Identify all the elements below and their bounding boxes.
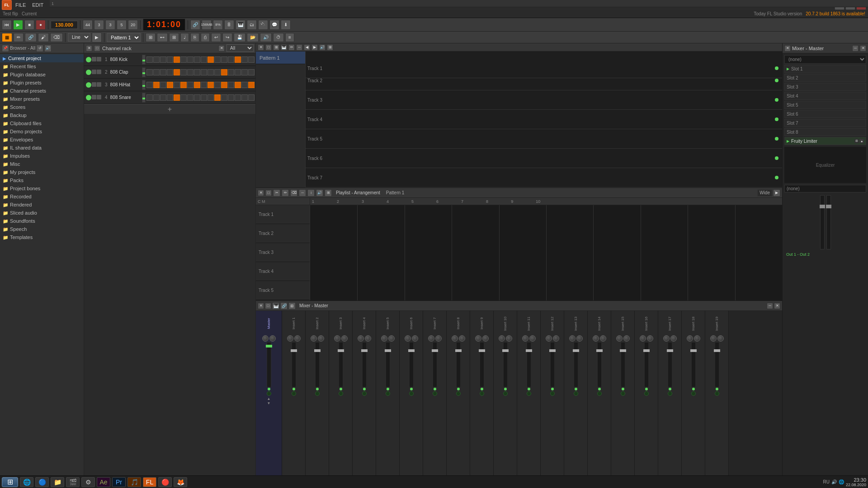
pattern-select[interactable]: Pattern 1 [107,33,141,42]
pl-tools7[interactable]: ⊞ [325,189,332,197]
browser-item-demo-projects[interactable]: 📁 Demo projects [0,127,84,136]
cr-ch1-pad-10[interactable] [208,56,214,63]
cr-ch3-pad-4[interactable] [167,82,173,88]
mx-insert13-pan[interactable] [576,335,583,342]
mx-insert19-pan[interactable] [717,335,724,342]
tb2-stamp-btn[interactable]: 🔗 [25,33,37,42]
fl-logo[interactable]: FL [2,0,12,10]
cr-ch2-pad-3[interactable] [160,69,166,75]
taskbar-app-premiere[interactable]: Pr [112,477,126,487]
rp-none-select2[interactable]: (none) [784,185,866,192]
cr-ch1-pad-16[interactable] [248,56,255,63]
pl-tools5[interactable]: ↕ [307,189,315,197]
mx-insert17-send[interactable] [668,391,672,396]
cr-ch2-pad-5[interactable] [174,69,180,75]
mx-insert1-vol[interactable] [292,342,296,387]
mx-insert18-pan[interactable] [694,335,700,342]
rp-slot-5[interactable]: Slot 5 [784,101,866,109]
mx-insert15-knob1[interactable] [616,335,623,342]
cr-ch2-pad-9[interactable] [201,69,207,75]
cr-ch4-pad-2[interactable] [153,94,160,101]
cr-ch4-pad-9[interactable] [201,94,207,101]
browser-audio-btn[interactable]: 🔊 [44,45,52,52]
cr-ch3-pad-9[interactable] [201,82,207,88]
browser-item-rendered[interactable]: 📁 Rendered [0,201,84,209]
cr-ch3-pad-2[interactable] [153,82,160,88]
mx-insert10-vol[interactable] [503,342,508,387]
mx-insert6-knob1[interactable] [405,335,411,342]
mx-insert4-pan[interactable] [365,335,371,342]
browser-item-my-projects[interactable]: 📁 My projects [0,168,84,176]
record-btn[interactable]: ● [36,20,46,30]
mixer-btn[interactable]: 🎚 [224,20,234,30]
rp-minimize-btn[interactable]: ─ [852,45,859,52]
cr-ch2-pad-4[interactable] [167,69,173,75]
rp-none-select[interactable]: (none) [784,55,866,64]
cr-ch2-pad-16[interactable] [248,69,255,75]
mx-detach-btn[interactable]: □ [265,303,271,309]
mx-insert6-send[interactable] [409,391,414,396]
mx-insert8-pan[interactable] [459,335,465,342]
cr-ch4-pad-4[interactable] [167,94,173,101]
mx-insert16-knob1[interactable] [640,335,646,342]
mx-insert14-knob1[interactable] [593,335,599,342]
mx-insert8-send[interactable] [456,391,461,396]
cr-ch4-pad-15[interactable] [241,94,248,101]
cr-ch4-pad-13[interactable] [228,94,234,101]
menu-file[interactable]: FILE [13,1,28,9]
cr-ch4-pad-3[interactable] [160,94,166,101]
taskbar-app-explorer[interactable]: 📁 [51,477,64,487]
mx-insert8-knob1[interactable] [452,335,458,342]
mx-insert1-send[interactable] [292,391,296,396]
mx-insert19-knob1[interactable] [710,335,717,342]
mx-insert15-send[interactable] [621,391,625,396]
cr-ch1-pad-2[interactable] [153,56,160,63]
mx-insert16-pan[interactable] [647,335,653,342]
browser-item-il-shared-data[interactable]: 📁 IL shared data [0,144,84,152]
cr-ch3-pad-13[interactable] [228,82,234,88]
tb2-link-btn[interactable]: ⊷ [157,33,168,42]
browser-item-templates[interactable]: 📁 Templates [0,233,84,241]
browser-btn[interactable]: 🗂 [247,20,257,30]
taskbar-app-ie[interactable]: 🌐 [20,477,33,487]
pv-zoom-btn[interactable]: 🔊 [319,44,326,51]
menu-edit[interactable]: EDIT [29,1,46,9]
pl-tools4[interactable]: ↔ [299,189,306,197]
cr-ch2-fader[interactable] [142,67,146,77]
pv-arrows-btn[interactable]: ↔ [296,44,302,51]
step-44[interactable]: 44 [83,20,93,30]
mx-insert5-knob1[interactable] [381,335,387,342]
tb2-open-btn[interactable]: 📂 [247,33,259,42]
start-button[interactable]: ⊞ [2,477,18,487]
cr-ch4-pad-12[interactable] [221,94,227,101]
step-extra1[interactable]: 3 [105,20,115,30]
mx-insert8-vol[interactable] [456,342,461,387]
cr-ch3-solo[interactable] [97,82,101,87]
cr-ch2-pad-8[interactable] [194,69,200,75]
browser-item-project-bones[interactable]: 📁 Project bones [0,184,84,192]
cr-ch1-pad-14[interactable] [235,56,241,63]
mx-insert5-send[interactable] [386,391,390,396]
cr-ch4-pad-16[interactable] [248,94,255,101]
mx-insert10-send[interactable] [503,391,508,396]
pv-nav2-btn[interactable]: ▶ [311,44,318,51]
cr-ch3-pad-11[interactable] [214,82,221,88]
cr-ch3-mute[interactable] [92,82,96,87]
mx-insert13-vol[interactable] [574,342,578,387]
mx-master-send-knob[interactable] [262,335,269,342]
pv-settings-btn[interactable]: ⊞ [327,44,333,51]
taskbar-app-chrome[interactable]: 🔵 [35,477,49,487]
cr-detach-btn[interactable]: □ [94,45,100,52]
mx-insert4-send[interactable] [362,391,367,396]
mx-insert9-pan[interactable] [482,335,489,342]
rp-slot-3[interactable]: Slot 3 [784,83,866,91]
mx-insert6-pan[interactable] [412,335,418,342]
pv-toolbar-btn[interactable]: ⊞ [273,44,279,51]
cpu-pct[interactable]: 8% [213,20,223,30]
piano-roll-btn[interactable]: 🎹 [236,20,245,30]
browser-item-clipboard-files[interactable]: 📁 Clipboard files [0,119,84,127]
cr-ch1-fader[interactable] [142,55,146,65]
cr-ch2-pad-10[interactable] [208,69,214,75]
mx-insert7-knob1[interactable] [428,335,434,342]
cr-ch1-name[interactable]: 808 Kick [110,57,142,62]
